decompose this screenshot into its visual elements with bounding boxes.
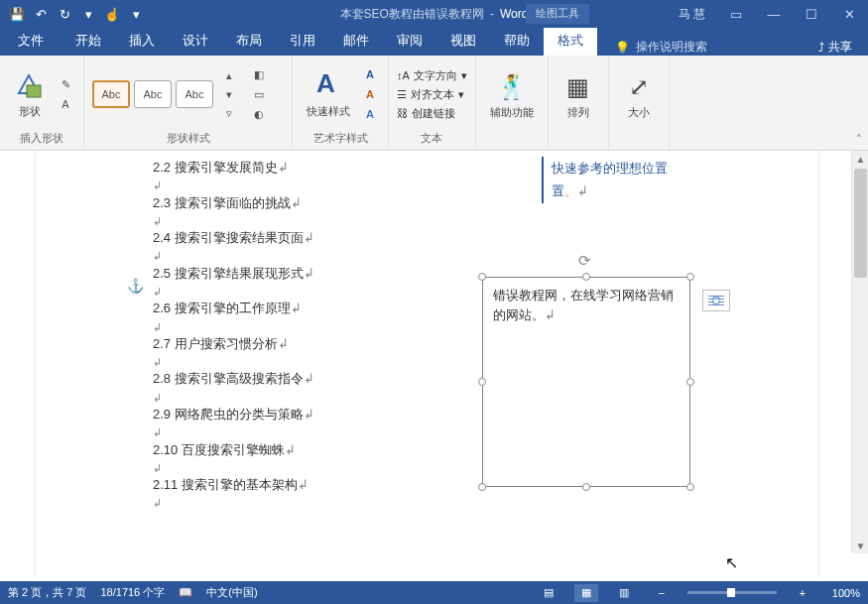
share-label: 共享 (828, 39, 852, 56)
document-area[interactable]: ⚓ 2.2 搜索引擎发展简史↲↲2.3 搜索引擎面临的挑战↲↲2.4 搜索引擎搜… (0, 151, 868, 577)
paragraph-mark: ↲ (153, 214, 431, 229)
paragraph-mark: ↲ (153, 461, 431, 476)
resize-handle[interactable] (478, 378, 486, 386)
status-bar: 第 2 页，共 7 页 18/1716 个字 📖 中文(中国) ▤ ▦ ▥ − … (0, 581, 868, 604)
tab-review[interactable]: 审阅 (383, 27, 436, 56)
toc-line: 2.2 搜索引擎发展简史↲ (153, 159, 431, 177)
tab-view[interactable]: 视图 (436, 27, 490, 56)
tab-insert[interactable]: 插入 (115, 27, 169, 56)
zoom-slider-thumb[interactable] (727, 588, 735, 597)
close-icon[interactable]: ✕ (830, 0, 868, 28)
qat-customize-icon[interactable]: ▾ (77, 3, 99, 25)
align-text-button[interactable]: ☰对齐文本▾ (397, 87, 467, 102)
scroll-up-icon[interactable]: ▲ (852, 151, 868, 167)
zoom-in-icon[interactable]: + (791, 584, 814, 602)
scroll-thumb[interactable] (854, 169, 867, 278)
shape-style-gallery[interactable]: Abc Abc Abc (92, 80, 213, 108)
language-indicator[interactable]: 中文(中国) (206, 585, 257, 600)
text-direction-button[interactable]: ↕A文字方向▾ (397, 68, 467, 83)
edit-shape-icon[interactable]: ✎ (56, 75, 75, 93)
arrange-icon: ▦ (562, 71, 594, 103)
shape-fill-icon[interactable]: ◧ (249, 65, 269, 83)
undo-icon[interactable]: ↶ (30, 3, 52, 25)
text-box-icon[interactable]: A (56, 95, 75, 113)
spellcheck-icon[interactable]: 📖 (179, 586, 192, 599)
vertical-scrollbar[interactable]: ▲ ▼ (851, 151, 868, 553)
zoom-level[interactable]: 100% (832, 587, 860, 599)
gallery-up-icon[interactable]: ▴ (219, 66, 239, 84)
tab-references[interactable]: 引用 (276, 27, 329, 56)
text-effects-icon[interactable]: A (360, 105, 380, 123)
layout-options-button[interactable] (702, 290, 730, 311)
group-shape-styles: Abc Abc Abc ▴ ▾ ▿ ◧ ▭ ◐ 形状样式 (84, 56, 293, 150)
resize-handle[interactable] (582, 483, 590, 491)
shape-style-3[interactable]: Abc (176, 80, 213, 108)
size-button[interactable]: ⤢ 大小 (617, 67, 661, 124)
collapse-ribbon-icon[interactable]: ˄ (856, 133, 862, 146)
toc-line: 2.11 搜索引擎的基本架构↲ (153, 476, 431, 494)
lightbulb-icon: 💡 (615, 41, 630, 55)
text-outline-icon[interactable]: A (360, 85, 380, 103)
text-fill-icon[interactable]: A (360, 65, 380, 83)
zoom-slider[interactable] (687, 591, 777, 594)
paragraph-mark: ↲ (153, 249, 431, 264)
save-icon[interactable]: 💾 (6, 3, 28, 25)
tab-mail[interactable]: 邮件 (329, 27, 383, 56)
resize-handle[interactable] (478, 273, 486, 281)
qat-more-icon[interactable]: ▾ (125, 3, 147, 25)
ribbon-tabs: 文件 开始 插入 设计 布局 引用 邮件 审阅 视图 帮助 格式 💡 操作说明搜… (0, 28, 868, 56)
tab-home[interactable]: 开始 (62, 27, 115, 56)
web-layout-icon[interactable]: ▥ (612, 584, 636, 602)
tab-format[interactable]: 格式 (544, 27, 597, 56)
gallery-down-icon[interactable]: ▾ (219, 85, 239, 103)
tab-design[interactable]: 设计 (169, 27, 222, 56)
quick-styles-button[interactable]: A 快速样式 (301, 66, 356, 123)
zoom-out-icon[interactable]: − (650, 584, 674, 602)
maximize-icon[interactable]: ☐ (793, 0, 830, 28)
read-mode-icon[interactable]: ▤ (537, 584, 560, 602)
shape-style-2[interactable]: Abc (134, 80, 172, 108)
shapes-icon (14, 70, 46, 102)
touch-mode-icon[interactable]: ☝ (101, 3, 123, 25)
tab-file[interactable]: 文件 (0, 27, 62, 56)
chevron-down-icon: ▾ (461, 69, 467, 82)
redo-icon[interactable]: ↻ (54, 3, 75, 25)
arrange-button[interactable]: ▦ 排列 (557, 67, 600, 124)
resize-handle[interactable] (478, 483, 486, 491)
accessibility-button[interactable]: 🕺 辅助功能 (484, 67, 540, 124)
rotate-handle-icon[interactable]: ⟳ (578, 250, 594, 266)
resize-handle[interactable] (686, 378, 694, 386)
gallery-more-icon[interactable]: ▿ (219, 104, 239, 122)
tab-help[interactable]: 帮助 (490, 27, 544, 56)
print-layout-icon[interactable]: ▦ (574, 584, 598, 602)
size-icon: ⤢ (623, 71, 655, 103)
shapes-button[interactable]: 形状 (8, 66, 52, 123)
tell-me-search[interactable]: 💡 操作说明搜索 (615, 39, 707, 56)
link-icon: ⛓ (397, 107, 408, 119)
resize-handle[interactable] (686, 483, 694, 491)
scroll-down-icon[interactable]: ▼ (852, 538, 868, 553)
group-wordart-styles: A 快速样式 A A A 艺术字样式 (293, 56, 389, 150)
ribbon-display-icon[interactable]: ▭ (717, 0, 755, 28)
shape-effects-icon[interactable]: ◐ (249, 105, 269, 123)
size-label: 大小 (628, 105, 650, 120)
shape-style-1[interactable]: Abc (92, 80, 130, 108)
tab-layout[interactable]: 布局 (222, 27, 276, 56)
resize-handle[interactable] (686, 273, 694, 281)
resize-handle[interactable] (582, 273, 590, 281)
title-bar: 💾 ↶ ↻ ▾ ☝ ▾ 本套SEO教程由错误教程网 - Word 绘图工具 马 … (0, 0, 868, 28)
minimize-icon[interactable]: ― (755, 0, 793, 28)
toc-line: 2.9 网络爬虫的分类与策略↲ (153, 406, 431, 423)
text-box[interactable]: ⟳ 错误教程网，在线学习网络营销的网站。↲ (482, 277, 690, 487)
page-indicator[interactable]: 第 2 页，共 7 页 (8, 585, 86, 600)
group-label-wordart: 艺术字样式 (301, 129, 380, 148)
paragraph-mark: ↲ (153, 496, 431, 511)
shape-outline-icon[interactable]: ▭ (249, 85, 269, 103)
share-button[interactable]: ⤴ 共享 (818, 39, 852, 56)
group-insert-shapes: 形状 ✎ A 插入形状 (0, 56, 84, 150)
side-callout-text: 快速参考的理想位置 (552, 161, 668, 176)
create-link-button[interactable]: ⛓创建链接 (397, 106, 467, 121)
toc-line: 2.4 搜索引擎搜索结果页面↲ (153, 229, 431, 247)
user-name[interactable]: 马 慧 (679, 6, 705, 23)
word-count[interactable]: 18/1716 个字 (100, 585, 165, 600)
